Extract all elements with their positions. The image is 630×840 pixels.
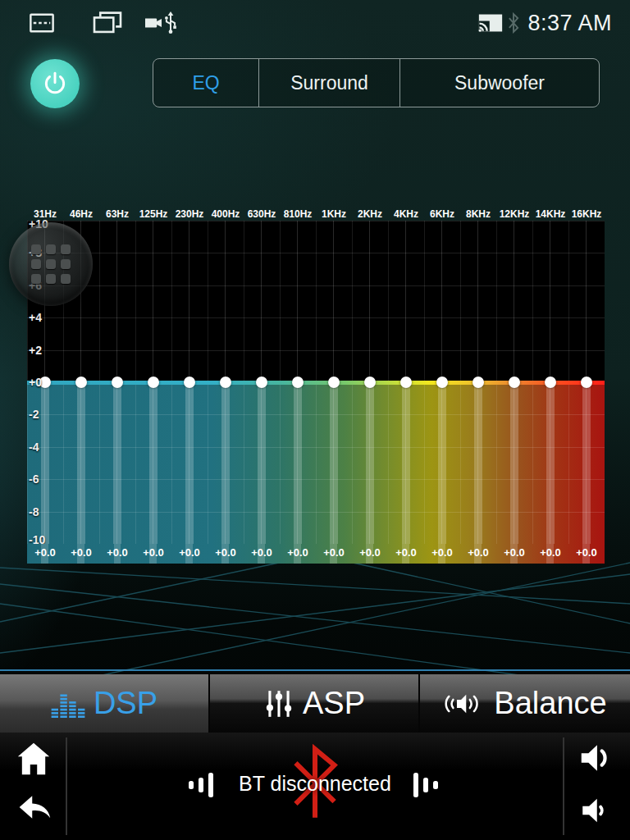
tab-asp-label: ASP — [303, 686, 365, 721]
floating-touch-knob[interactable] — [9, 222, 93, 306]
eq-band-slider-14khz[interactable] — [532, 221, 568, 544]
eq-band-slider-1khz[interactable] — [316, 221, 352, 544]
eq-band-freq-label: 4KHz — [388, 208, 424, 221]
eq-band-freq-label: 400Hz — [208, 208, 244, 221]
eq-band-handle[interactable] — [39, 377, 51, 388]
knob-grid-dot — [46, 244, 56, 254]
tab-surround-label: Surround — [290, 72, 368, 94]
eq-band-track — [474, 382, 482, 544]
equalizer-panel: 31Hz46Hz63Hz125Hz230Hz400Hz630Hz810Hz1KH… — [27, 208, 605, 564]
eq-band-slider-63hz[interactable] — [99, 221, 135, 544]
eq-band-track — [438, 382, 446, 544]
eq-band-freq-label: 6KHz — [424, 208, 460, 221]
eq-freq-row: 31Hz46Hz63Hz125Hz230Hz400Hz630Hz810Hz1KH… — [27, 208, 605, 221]
eq-band-handle[interactable] — [436, 377, 448, 388]
eq-band-slider-2khz[interactable] — [352, 221, 388, 544]
eq-band-freq-label: 8KHz — [460, 208, 496, 221]
tab-balance[interactable]: Balance — [420, 674, 630, 733]
tab-asp[interactable]: ASP — [210, 674, 420, 733]
sliders-icon — [263, 688, 294, 719]
eq-band-freq-label: 31Hz — [27, 208, 63, 221]
bt-status-cluster: BT disconnected — [0, 733, 630, 840]
eq-band-track — [113, 382, 121, 544]
eq-band-track — [510, 382, 518, 544]
volume-down-button[interactable] — [578, 793, 614, 828]
eq-band-value: +0.0 — [99, 544, 135, 564]
eq-band-slider-230hz[interactable] — [171, 221, 208, 544]
eq-plot: +10+8+6+4+2+0-2-4-6-8-10 — [27, 221, 605, 544]
eq-band-handle[interactable] — [581, 377, 592, 388]
volume-steps-right-icon[interactable] — [412, 769, 445, 801]
equalizer-bars-icon — [51, 689, 85, 719]
eq-band-handle[interactable] — [184, 377, 195, 388]
eq-band-handle[interactable] — [364, 377, 376, 388]
eq-band-value: +0.0 — [280, 544, 316, 564]
audio-mode-tabs: EQ Surround Subwoofer — [153, 58, 600, 107]
dock-icon — [28, 11, 56, 35]
eq-band-handle[interactable] — [220, 377, 231, 388]
eq-band-handle[interactable] — [148, 377, 159, 388]
power-button[interactable] — [30, 59, 80, 108]
eq-band-value: +0.0 — [63, 544, 99, 564]
eq-band-value: +0.0 — [135, 544, 171, 564]
tab-eq[interactable]: EQ — [153, 59, 258, 107]
eq-band-track — [402, 382, 410, 544]
eq-band-value: +0.0 — [208, 544, 244, 564]
eq-band-track — [546, 382, 555, 544]
eq-band-handle[interactable] — [545, 377, 556, 388]
knob-grid-dot — [31, 259, 41, 269]
video-camera-icon — [144, 16, 164, 30]
knob-grid-dot — [61, 259, 71, 269]
volume-up-button[interactable] — [576, 739, 615, 777]
eq-band-slider-125hz[interactable] — [135, 221, 171, 544]
eq-band-slider-810hz[interactable] — [280, 221, 316, 544]
eq-band-freq-label: 230Hz — [171, 208, 208, 221]
eq-band-freq-label: 630Hz — [244, 208, 280, 221]
eq-band-track — [185, 382, 194, 544]
eq-band-track — [77, 382, 85, 544]
eq-band-value: +0.0 — [568, 544, 605, 564]
eq-band-handle[interactable] — [75, 377, 87, 388]
eq-band-freq-label: 63Hz — [99, 208, 135, 221]
eq-band-track — [221, 382, 230, 544]
eq-band-freq-label: 12KHz — [496, 208, 532, 221]
eq-band-slider-630hz[interactable] — [244, 221, 280, 544]
eq-band-handle[interactable] — [112, 377, 123, 388]
eq-band-slider-12khz[interactable] — [496, 221, 532, 544]
eq-band-handle[interactable] — [256, 377, 267, 388]
knob-grid-dot — [61, 244, 71, 254]
tab-balance-label: Balance — [494, 686, 606, 721]
eq-band-handle[interactable] — [472, 377, 484, 388]
eq-band-value: +0.0 — [496, 544, 532, 564]
eq-band-handle[interactable] — [328, 377, 340, 388]
eq-band-slider-400hz[interactable] — [208, 221, 244, 544]
eq-band-track — [582, 382, 591, 544]
eq-band-freq-label: 46Hz — [63, 208, 99, 221]
eq-band-handle[interactable] — [400, 377, 412, 388]
background-wireframe-grid — [0, 561, 630, 676]
eq-band-value: +0.0 — [532, 544, 568, 564]
eq-band-slider-8khz[interactable] — [460, 221, 496, 544]
eq-band-handle[interactable] — [509, 377, 520, 388]
eq-band-value: +0.0 — [244, 544, 280, 564]
eq-band-slider-6khz[interactable] — [424, 221, 460, 544]
knob-grid-dot — [31, 274, 41, 284]
eq-band-freq-label: 125Hz — [135, 208, 171, 221]
tab-subwoofer[interactable]: Subwoofer — [399, 59, 599, 107]
eq-band-slider-4khz[interactable] — [388, 221, 424, 544]
dsp-section-tabs: DSP ASP Balance — [0, 674, 630, 733]
tab-dsp-label: DSP — [94, 686, 158, 721]
eq-band-track — [149, 382, 158, 544]
eq-band-freq-label: 810Hz — [280, 208, 316, 221]
bt-status-text: BT disconnected — [0, 772, 630, 796]
overlapping-windows-icon — [92, 10, 123, 36]
knob-grid-dot — [46, 259, 56, 269]
eq-band-handle[interactable] — [292, 377, 304, 388]
tab-surround[interactable]: Surround — [258, 59, 399, 107]
eq-band-freq-label: 2KHz — [352, 208, 388, 221]
eq-band-slider-16khz[interactable] — [568, 221, 605, 544]
eq-band-value: +0.0 — [424, 544, 460, 564]
eq-band-track — [258, 382, 266, 544]
tab-dsp[interactable]: DSP — [0, 674, 210, 733]
eq-band-value: +0.0 — [352, 544, 388, 564]
